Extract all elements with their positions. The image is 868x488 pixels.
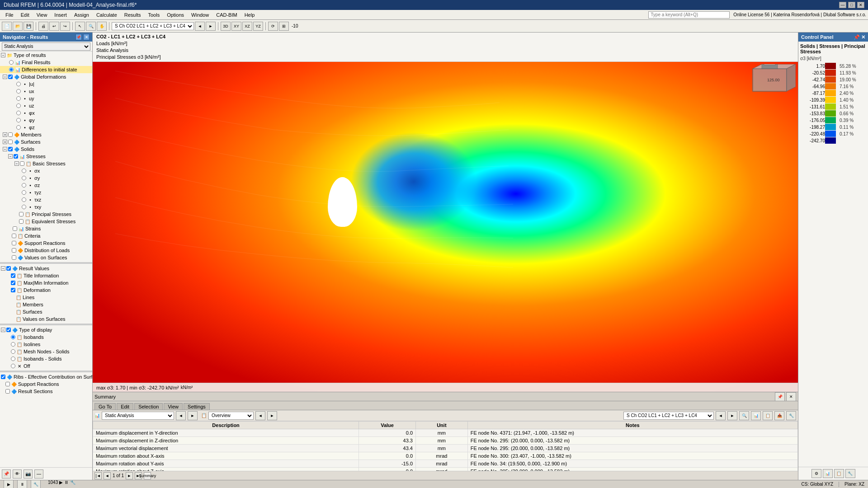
type-display-check[interactable] — [6, 328, 11, 332]
tree-global-deformations[interactable]: − 🔷 Global Deformations — [0, 73, 92, 80]
tree-values-surfaces2[interactable]: 📋 Values on Surfaces — [0, 315, 92, 323]
tree-values-surfaces[interactable]: 🔷 Values on Surfaces — [0, 254, 92, 261]
phix-radio[interactable] — [16, 111, 21, 115]
next-overview[interactable]: ► — [267, 411, 277, 420]
sum-tool5[interactable]: 🔧 — [786, 411, 796, 420]
support-check[interactable] — [12, 241, 16, 245]
tab-selection[interactable]: Selection — [134, 403, 163, 410]
view-yz[interactable]: YZ — [253, 22, 263, 31]
new-button[interactable]: 📄 — [2, 22, 12, 31]
rp-btn1[interactable]: ⚙ — [811, 469, 821, 478]
rp-btn2[interactable]: 📊 — [823, 469, 833, 478]
tree-type-of-results[interactable]: − 📁 Type of results — [0, 52, 92, 59]
analysis-select-sum[interactable]: Static Analysis — [102, 412, 174, 420]
expand-stresses[interactable]: − — [8, 154, 13, 159]
tree-txz[interactable]: • τxz — [0, 196, 92, 203]
prev-lc[interactable]: ◄ — [195, 22, 205, 31]
tree-deformation[interactable]: 📋 Deformation — [0, 286, 92, 294]
equivalent-check[interactable] — [19, 219, 24, 224]
global-def-check[interactable] — [8, 75, 13, 79]
cp-pin[interactable]: 📌 — [854, 34, 860, 40]
zoom-button[interactable]: 🔍 — [86, 22, 96, 31]
sum-tool4[interactable]: 📤 — [774, 411, 784, 420]
result-sections-check[interactable] — [5, 389, 10, 394]
pin-btn[interactable]: 📌 — [2, 469, 11, 479]
support2-check[interactable] — [5, 382, 10, 386]
maxmin-check[interactable] — [11, 281, 15, 285]
expand-result-values[interactable]: − — [1, 266, 5, 271]
expand-basic-stress[interactable]: − — [14, 161, 19, 166]
analysis-select[interactable]: Static Analysis — [2, 42, 90, 51]
sum-tool1[interactable]: 🔍 — [739, 411, 749, 420]
summary-pin[interactable]: 📌 — [775, 392, 785, 401]
view-xy[interactable]: XY — [231, 22, 241, 31]
tree-strains[interactable]: 📊 Strains — [0, 225, 92, 232]
tree-stresses[interactable]: − 📊 Stresses — [0, 153, 92, 160]
ribs-check[interactable] — [1, 375, 5, 379]
ux-radio[interactable] — [16, 89, 21, 94]
nav-pin[interactable]: 📌 — [75, 34, 82, 40]
viewport[interactable]: 125.00 max σ3: 1.70 | min σ3: -242.70 kN… — [93, 62, 798, 392]
prev-lc-sum[interactable]: ◄ — [716, 411, 726, 420]
expand-members[interactable]: + — [3, 132, 7, 137]
tree-tyz[interactable]: • τyz — [0, 189, 92, 196]
stresses-check[interactable] — [14, 154, 18, 159]
tab-settings[interactable]: Settings — [184, 403, 210, 410]
tree-final-results[interactable]: 📊 Final Results — [0, 59, 92, 66]
rp-btn3[interactable]: 📋 — [834, 469, 844, 478]
tree-isobands[interactable]: 📋 Isobands — [0, 333, 92, 341]
tree-members2[interactable]: 📋 Members — [0, 301, 92, 308]
menu-tools[interactable]: Tools — [144, 11, 163, 19]
menu-file[interactable]: File — [2, 11, 17, 19]
maximize-button[interactable]: □ — [848, 2, 855, 8]
tyz-radio[interactable] — [22, 190, 26, 195]
rotate-btn[interactable]: ⟳ — [268, 22, 278, 31]
tree-sx[interactable]: • σx — [0, 167, 92, 174]
tree-differences[interactable]: 📊 Differences to initial state — [0, 66, 92, 73]
print-button[interactable]: 🖨 — [38, 22, 48, 31]
uz-radio[interactable] — [16, 103, 21, 108]
principal-check[interactable] — [19, 212, 24, 216]
tree-off[interactable]: ✕ Off — [0, 362, 92, 370]
next-analysis[interactable]: ► — [188, 411, 198, 420]
tree-phix[interactable]: • φx — [0, 109, 92, 117]
save-button[interactable]: 💾 — [24, 22, 33, 31]
tree-txy[interactable]: • τxy — [0, 203, 92, 211]
first-page[interactable]: |◄ — [94, 472, 102, 479]
tree-type-display[interactable]: − 🔷 Type of display — [0, 326, 92, 333]
isolines-radio[interactable] — [11, 342, 15, 347]
close-button[interactable]: ✕ — [857, 2, 864, 8]
tree-criteria[interactable]: 📋 Criteria — [0, 232, 92, 239]
undo-button[interactable]: ↩ — [49, 22, 59, 31]
next-lc-sum[interactable]: ► — [727, 411, 737, 420]
expand-icon[interactable]: − — [1, 53, 5, 57]
menu-assign[interactable]: Assign — [71, 11, 93, 19]
strains-check[interactable] — [13, 226, 17, 231]
differences-radio[interactable] — [9, 67, 14, 72]
next-page[interactable]: ► — [126, 472, 133, 479]
summary-close[interactable]: ✕ — [786, 392, 796, 401]
status-btn1[interactable]: ▶ — [4, 480, 14, 488]
tree-uy[interactable]: • uy — [0, 95, 92, 102]
tree-ux[interactable]: • ux — [0, 88, 92, 95]
tree-isolines[interactable]: 📋 Isolines — [0, 341, 92, 348]
summary-tab-btn[interactable]: Summary — [144, 472, 151, 479]
distrib-check[interactable] — [12, 248, 16, 253]
tree-sy[interactable]: • σy — [0, 174, 92, 182]
solids-check[interactable] — [8, 147, 13, 151]
lc-select-sum[interactable]: S Ch CO2 LC1 + LC2 + LC3 + LC4 — [623, 412, 714, 420]
surfaces-check[interactable] — [8, 140, 13, 144]
pan-button[interactable]: ✋ — [97, 22, 107, 31]
expand-solids[interactable]: − — [3, 147, 7, 151]
u-radio[interactable] — [16, 82, 21, 86]
off-radio[interactable] — [11, 364, 15, 368]
expand-global-def[interactable]: − — [3, 75, 7, 79]
lc-combo[interactable]: S Ch CO2 LC1 + LC2 + LC3 + LC4 — [112, 22, 194, 30]
tree-result-sections[interactable]: 🔷 Result Sections — [0, 388, 92, 395]
sum-tool3[interactable]: 📋 — [763, 411, 773, 420]
menu-window[interactable]: Window — [188, 11, 212, 19]
tree-phiz[interactable]: • φz — [0, 124, 92, 131]
tree-support-reactions2[interactable]: 🔶 Support Reactions — [0, 380, 92, 388]
menu-edit[interactable]: Edit — [17, 11, 33, 19]
status-btn2[interactable]: ⏸ — [17, 480, 27, 488]
